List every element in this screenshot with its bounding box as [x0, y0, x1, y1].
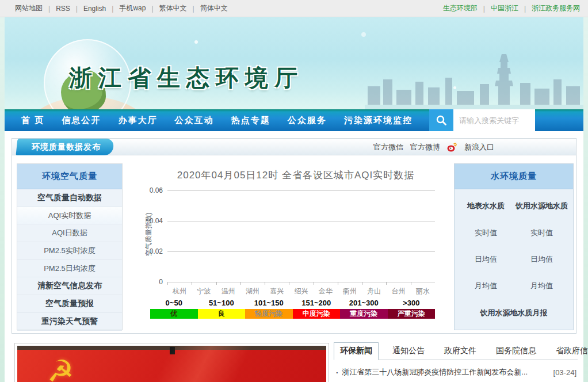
x-axis-ticks [167, 282, 435, 285]
tab-gov-documents[interactable]: 政府文件 [438, 343, 482, 360]
bullet: · [336, 368, 338, 377]
weibo-icon [447, 143, 457, 152]
air-quality-menu: 环境空气质量 空气质量自动数据 AQI实时数据 AQI日数据 PM2.5实时浓度… [17, 163, 123, 330]
city-taizhou: 台州 [386, 286, 410, 296]
legend-severe-pollution: 严重污染 [388, 309, 436, 319]
city-quzhou: 衢州 [338, 286, 362, 296]
link-simplified-chinese[interactable]: 简体中文 [200, 3, 228, 13]
city-lishui: 丽水 [411, 286, 435, 296]
aqi-legend-bands: 优 良 轻度污染 中度污染 重度污染 严重污染 [150, 309, 435, 319]
nav-hot-topics[interactable]: 热点专题 [231, 115, 270, 126]
link-traditional-chinese[interactable]: 繁体中文 [159, 3, 187, 13]
chart-title: 2020年04月05日12时 全省各设区城市AQI实时数据 [133, 169, 459, 182]
top-utility-bar: 网站地图| RSS| English| 手机wap| 繁体中文| 简体中文 生态… [0, 0, 588, 17]
legend-heavy-pollution: 重度污染 [340, 309, 388, 319]
nav-service-hall[interactable]: 办事大厅 [118, 115, 157, 126]
nav-info-disclosure[interactable]: 信息公开 [62, 115, 101, 126]
city-jinhua: 金华 [314, 286, 338, 296]
link-china-zhejiang[interactable]: 中国浙江 [491, 3, 518, 13]
nav-public-interaction[interactable]: 公众互动 [175, 115, 214, 126]
water-quality-panel: 水环境质量 地表水水质 饮用水源地水质 实时值 实时值 日均值 日均值 月均值 … [454, 163, 574, 330]
topbar-right-links: 生态环境部| 中国浙江| 浙江政务服务网 [443, 3, 580, 13]
menu-item-heavy-pollution-warning[interactable]: 重污染天气预警 [17, 313, 122, 331]
content-area: 环境质量数据发布 官方微信 官方微博 新浪入口 环境空气质量 空气质量自动数据 … [5, 131, 583, 382]
city-jiaxing: 嘉兴 [265, 286, 289, 296]
nav-public-service[interactable]: 公众服务 [288, 115, 327, 126]
main-nav: 首 页 信息公开 办事大厅 公众互动 热点专题 公众服务 污染源环境监控 [5, 109, 583, 131]
site-title: 浙江省生态环境厅 [69, 62, 304, 94]
news-item-title: 浙江省第三十八场新冠肺炎疫情防控工作新闻发布会新... [342, 367, 548, 377]
tab-env-news[interactable]: 环保新闻 [334, 342, 379, 360]
legend-light-pollution: 轻度污染 [245, 309, 293, 319]
link-drinking-realtime[interactable]: 实时值 [514, 228, 570, 238]
x-axis-city-labels: 杭州 宁波 温州 湖州 嘉兴 绍兴 金华 衢州 舟山 台州 丽水 [167, 286, 435, 296]
city-zhoushan: 舟山 [362, 286, 386, 296]
section-title-tab[interactable]: 环境质量数据发布 [16, 139, 114, 155]
photo-slideshow-panel[interactable]: ☭ [14, 343, 329, 382]
link-drinking-water-source[interactable]: 饮用水源地水质 [514, 201, 570, 211]
nav-home[interactable]: 首 页 [21, 115, 44, 126]
menu-item-aqi-realtime[interactable]: AQI实时数据 [17, 207, 122, 225]
city-wenzhou: 温州 [216, 286, 240, 296]
news-panel: 环保新闻 通知公告 政府文件 国务院信息 省政府信息 · 浙江省第三十八场新冠肺… [334, 343, 578, 382]
link-zhejiang-gov-service[interactable]: 浙江政务服务网 [532, 3, 580, 13]
topbar-left-links: 网站地图| RSS| English| 手机wap| 繁体中文| 简体中文 [15, 3, 228, 13]
link-english[interactable]: English [83, 5, 106, 13]
party-emblem-icon: ☭ [47, 356, 74, 382]
news-item-date: [03-24] [553, 368, 576, 377]
nav-pollution-monitoring[interactable]: 污染源环境监控 [344, 115, 413, 126]
link-mee[interactable]: 生态环境部 [443, 3, 478, 13]
official-wechat-link[interactable]: 官方微信 [373, 142, 403, 152]
chart-plot-area [167, 190, 435, 282]
official-weibo-link[interactable]: 官方微博 [410, 142, 440, 152]
city-shaoxing: 绍兴 [289, 286, 313, 296]
news-list-item[interactable]: · 浙江省第三十八场新冠肺炎疫情防控工作新闻发布会新... [03-24] [334, 367, 578, 377]
city-skyline-illustration [365, 46, 583, 109]
tab-notices[interactable]: 通知公告 [387, 343, 430, 360]
ytick-0: 0 [139, 278, 163, 286]
menu-item-pm25-realtime[interactable]: PM2.5实时浓度 [17, 242, 122, 260]
city-ningbo: 宁波 [192, 286, 216, 296]
link-surface-realtime[interactable]: 实时值 [458, 228, 514, 238]
env-quality-panel: 环境质量数据发布 官方微信 官方微博 新浪入口 环境空气质量 空气质量自动数据 … [12, 138, 576, 334]
menu-item-auto-data[interactable]: 空气质量自动数据 [17, 189, 122, 207]
menu-item-aqi-daily[interactable]: AQI日数据 [17, 224, 122, 242]
air-menu-header[interactable]: 环境空气质量 [17, 164, 122, 189]
link-sitemap[interactable]: 网站地图 [15, 3, 43, 13]
search-input[interactable] [453, 109, 535, 131]
sina-entry-link[interactable]: 新浪入口 [464, 142, 494, 152]
link-drinking-water-monthly-report[interactable]: 饮用水源地水质月报 [458, 308, 570, 318]
water-panel-header[interactable]: 水环境质量 [455, 164, 573, 189]
menu-item-pm25-daily[interactable]: PM2.5日均浓度 [17, 260, 122, 278]
city-hangzhou: 杭州 [167, 286, 192, 296]
ytick-0.04: 0.04 [139, 217, 163, 225]
section-header-bar: 环境质量数据发布 官方微信 官方微博 新浪入口 [12, 139, 576, 155]
menu-item-fresh-air[interactable]: 清新空气信息发布 [17, 277, 122, 295]
link-surface-water[interactable]: 地表水水质 [458, 201, 514, 211]
news-tabs: 环保新闻 通知公告 政府文件 国务院信息 省政府信息 [334, 343, 578, 360]
legend-moderate-pollution: 中度污染 [293, 309, 341, 319]
ytick-0.06: 0.06 [139, 186, 163, 194]
tab-state-council-info[interactable]: 国务院信息 [490, 343, 542, 360]
aqi-legend-ranges: 0~50 51~100 101~150 151~200 201~300 >300 [150, 299, 435, 307]
legend-excellent: 优 [150, 309, 198, 319]
ytick-0.02: 0.02 [139, 247, 163, 255]
link-surface-daily[interactable]: 日均值 [458, 254, 514, 265]
search-icon [436, 114, 447, 126]
news-photo: ☭ [17, 346, 326, 382]
legend-good: 良 [198, 309, 246, 319]
tab-provincial-gov-info[interactable]: 省政府信息 [550, 343, 588, 360]
link-surface-monthly[interactable]: 月均值 [458, 281, 514, 291]
site-banner: 浙江省生态环境厅 [5, 17, 583, 109]
link-drinking-daily[interactable]: 日均值 [514, 254, 570, 265]
link-drinking-monthly[interactable]: 月均值 [514, 281, 570, 291]
search-button[interactable] [429, 109, 453, 131]
link-mobile-wap[interactable]: 手机wap [119, 3, 146, 13]
city-huzhou: 湖州 [240, 286, 265, 296]
link-rss[interactable]: RSS [56, 5, 70, 13]
menu-item-aq-forecast[interactable]: 空气质量预报 [17, 295, 122, 313]
